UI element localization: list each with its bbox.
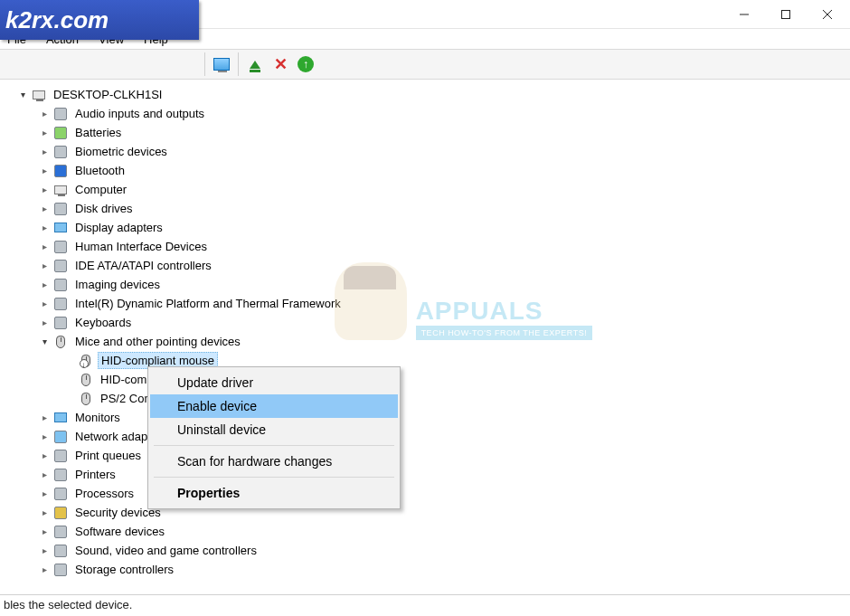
tree-node-imaging[interactable]: ▸ Imaging devices (7, 275, 850, 294)
chevron-right-icon[interactable]: ▸ (38, 431, 51, 443)
status-text: bles the selected device. (4, 598, 132, 611)
spacer (63, 393, 76, 405)
ide-icon (52, 260, 69, 272)
tree-node-disk[interactable]: ▸ Disk drives (7, 199, 850, 218)
printer-icon (52, 469, 69, 481)
tree-leaf-hid-mouse-2[interactable]: HID-compl (7, 370, 850, 389)
chevron-right-icon[interactable]: ▸ (38, 469, 51, 481)
tree-node-display[interactable]: ▸ Display adapters (7, 218, 850, 237)
status-bar: bles the selected device. (0, 594, 850, 616)
update-icon: ↑ (298, 56, 314, 72)
spacer (63, 355, 76, 367)
chip-icon (52, 298, 69, 310)
tree-node-hid[interactable]: ▸ Human Interface Devices (7, 237, 850, 256)
tree-root-label: DESKTOP-CLKH1SI (51, 87, 165, 102)
chevron-right-icon[interactable]: ▸ (38, 298, 51, 310)
tree-node-security[interactable]: ▸ Security devices (7, 503, 850, 522)
ctx-uninstall-device[interactable]: Uninstall device (150, 418, 398, 441)
window-maximize-button[interactable] (765, 1, 807, 28)
tree-node-processors[interactable]: ▸ Processors (7, 484, 850, 503)
chevron-right-icon[interactable]: ▸ (38, 545, 51, 557)
chevron-right-icon[interactable]: ▸ (38, 507, 51, 519)
tree-node-audio[interactable]: ▸ Audio inputs and outputs (7, 104, 850, 123)
chevron-down-icon[interactable]: ▾ (38, 336, 51, 348)
chevron-right-icon[interactable]: ▸ (38, 526, 51, 538)
disk-icon (52, 203, 69, 215)
tree-label: Print queues (72, 448, 144, 463)
tree-label: IDE ATA/ATAPI controllers (72, 258, 214, 273)
tree-label: Computer (72, 182, 129, 197)
keyboard-icon (52, 317, 69, 329)
window-close-button[interactable] (807, 1, 848, 28)
chevron-right-icon[interactable]: ▸ (38, 165, 51, 177)
toolbar: ✕ ↑ (0, 49, 850, 80)
svg-rect-1 (782, 10, 790, 18)
context-menu: Update driver Enable device Uninstall de… (147, 366, 401, 509)
chevron-right-icon[interactable]: ▸ (38, 564, 51, 576)
tree-node-biometric[interactable]: ▸ Biometric devices (7, 142, 850, 161)
tree-label: Network adapt (72, 429, 154, 444)
tree-node-mice[interactable]: ▾ Mice and other pointing devices (7, 332, 850, 351)
cpu-icon (52, 488, 69, 500)
chevron-right-icon[interactable]: ▸ (38, 279, 51, 291)
tree-node-network[interactable]: ▸ Network adapt (7, 427, 850, 446)
battery-icon (52, 127, 69, 139)
tree-label: Disk drives (72, 201, 136, 216)
toolbar-show-hidden-button[interactable] (211, 53, 232, 75)
chevron-right-icon[interactable]: ▸ (38, 317, 51, 329)
device-tree[interactable]: ▾ DESKTOP-CLKH1SI ▸ Audio inputs and out… (0, 80, 850, 579)
tree-leaf-ps2-mouse[interactable]: PS/2 Comp (7, 389, 850, 408)
chevron-right-icon[interactable]: ▸ (38, 146, 51, 158)
tree-root[interactable]: ▾ DESKTOP-CLKH1SI (7, 85, 850, 104)
chevron-right-icon[interactable]: ▸ (38, 488, 51, 500)
network-icon (52, 431, 69, 443)
tree-label: Monitors (72, 410, 123, 425)
tree-node-bluetooth[interactable]: ▸ Bluetooth (7, 161, 850, 180)
tree-node-sound[interactable]: ▸ Sound, video and game controllers (7, 541, 850, 560)
tree-node-software[interactable]: ▸ Software devices (7, 522, 850, 541)
ctx-scan-hardware[interactable]: Scan for hardware changes (150, 450, 398, 473)
window-minimize-button[interactable] (723, 1, 765, 28)
chevron-right-icon[interactable]: ▸ (38, 184, 51, 196)
toolbar-enable-button[interactable] (244, 53, 266, 75)
bluetooth-icon (52, 165, 69, 177)
chevron-right-icon[interactable]: ▸ (38, 203, 51, 215)
chevron-right-icon[interactable]: ▸ (38, 450, 51, 462)
tree-label: Keyboards (72, 315, 134, 330)
close-icon (823, 10, 832, 19)
chevron-right-icon[interactable]: ▸ (38, 127, 51, 139)
spacer (63, 374, 76, 386)
tree-node-intel-dptf[interactable]: ▸ Intel(R) Dynamic Platform and Thermal … (7, 294, 850, 313)
tree-leaf-hid-mouse-1[interactable]: ↓ HID-compliant mouse (7, 351, 850, 370)
toolbar-update-driver-button[interactable]: ↑ (295, 53, 316, 75)
chevron-right-icon[interactable]: ▸ (38, 241, 51, 253)
ctx-properties[interactable]: Properties (150, 481, 398, 505)
tree-node-storage[interactable]: ▸ Storage controllers (7, 560, 850, 579)
enable-icon (250, 61, 260, 69)
tree-node-print-queues[interactable]: ▸ Print queues (7, 446, 850, 465)
mouse-disabled-icon: ↓ (78, 355, 94, 367)
camera-icon (52, 279, 69, 291)
chevron-right-icon[interactable]: ▸ (38, 412, 51, 424)
display-adapter-icon (52, 223, 69, 232)
chevron-down-icon[interactable]: ▾ (16, 89, 29, 101)
toolbar-separator (204, 52, 205, 76)
ctx-enable-device[interactable]: Enable device (150, 394, 398, 418)
tree-label: Storage controllers (72, 562, 176, 577)
tree-node-ide[interactable]: ▸ IDE ATA/ATAPI controllers (7, 256, 850, 275)
audio-icon (52, 108, 69, 120)
chevron-right-icon[interactable]: ▸ (38, 260, 51, 272)
monitor-icon (213, 58, 230, 71)
tree-node-printers[interactable]: ▸ Printers (7, 465, 850, 484)
disable-icon: ✕ (274, 56, 288, 72)
tree-node-computer[interactable]: ▸ Computer (7, 180, 850, 199)
computer-icon (31, 90, 47, 100)
tree-node-monitors[interactable]: ▸ Monitors (7, 408, 850, 427)
chevron-right-icon[interactable]: ▸ (38, 108, 51, 120)
tree-node-batteries[interactable]: ▸ Batteries (7, 123, 850, 142)
tree-node-keyboards[interactable]: ▸ Keyboards (7, 313, 850, 332)
tree-label: Printers (72, 467, 118, 482)
chevron-right-icon[interactable]: ▸ (38, 222, 51, 234)
ctx-update-driver[interactable]: Update driver (150, 371, 398, 394)
toolbar-disable-button[interactable]: ✕ (269, 53, 291, 75)
